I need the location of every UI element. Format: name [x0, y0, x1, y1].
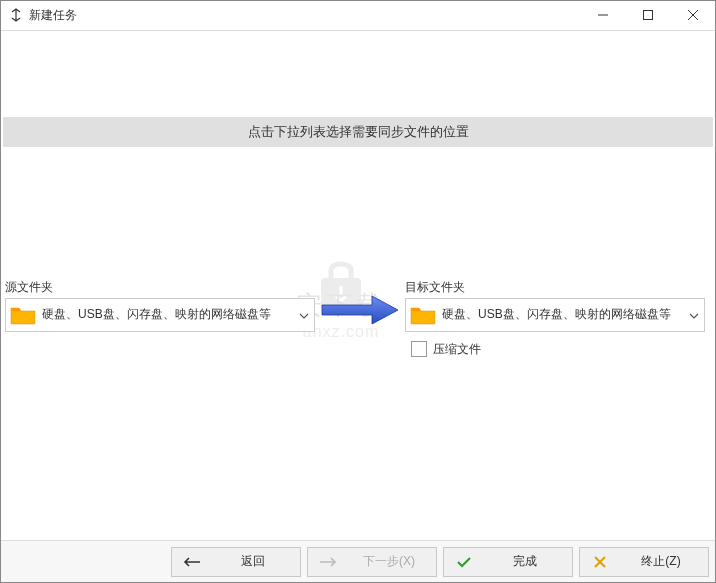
arrow-left-icon	[182, 556, 202, 568]
minimize-button[interactable]	[580, 1, 625, 30]
instruction-bar: 点击下拉列表选择需要同步文件的位置	[3, 117, 713, 147]
finish-label: 完成	[488, 553, 562, 570]
sync-direction-arrow	[315, 279, 405, 327]
target-folder-label: 目标文件夹	[405, 279, 705, 296]
maximize-button[interactable]	[625, 1, 670, 30]
compress-label: 压缩文件	[433, 341, 481, 358]
instruction-text: 点击下拉列表选择需要同步文件的位置	[248, 123, 469, 141]
arrow-right-icon	[318, 556, 338, 568]
chevron-down-icon	[298, 308, 310, 322]
svg-rect-1	[643, 11, 652, 20]
abort-label: 终止(Z)	[624, 553, 698, 570]
source-folder-section: 源文件夹 硬盘、USB盘、闪存盘、映射的网络磁盘等	[5, 279, 315, 332]
next-button: 下一步(X)	[307, 547, 437, 577]
finish-button[interactable]: 完成	[443, 547, 573, 577]
target-folder-section: 目标文件夹 硬盘、USB盘、闪存盘、映射的网络磁盘等	[405, 279, 705, 332]
compress-checkbox[interactable]	[411, 341, 427, 357]
target-folder-dropdown[interactable]: 硬盘、USB盘、闪存盘、映射的网络磁盘等	[405, 298, 705, 332]
back-label: 返回	[216, 553, 290, 570]
window-title: 新建任务	[29, 7, 580, 24]
x-icon	[590, 556, 610, 568]
check-icon	[454, 556, 474, 568]
content-area: 点击下拉列表选择需要同步文件的位置 安下载 anxz.com 源文件夹	[1, 31, 715, 540]
chevron-down-icon	[688, 308, 700, 322]
titlebar: 新建任务	[1, 1, 715, 31]
back-button[interactable]: 返回	[171, 547, 301, 577]
source-dropdown-text: 硬盘、USB盘、闪存盘、映射的网络磁盘等	[42, 306, 298, 323]
footer: 返回 下一步(X) 完成 终止(Z)	[1, 540, 715, 582]
source-folder-label: 源文件夹	[5, 279, 315, 296]
source-folder-dropdown[interactable]: 硬盘、USB盘、闪存盘、映射的网络磁盘等	[5, 298, 315, 332]
target-dropdown-text: 硬盘、USB盘、闪存盘、映射的网络磁盘等	[442, 306, 688, 323]
folder-icon	[10, 304, 36, 326]
abort-button[interactable]: 终止(Z)	[579, 547, 709, 577]
next-label: 下一步(X)	[352, 553, 426, 570]
folder-icon	[410, 304, 436, 326]
app-icon	[9, 8, 23, 22]
close-button[interactable]	[670, 1, 715, 30]
